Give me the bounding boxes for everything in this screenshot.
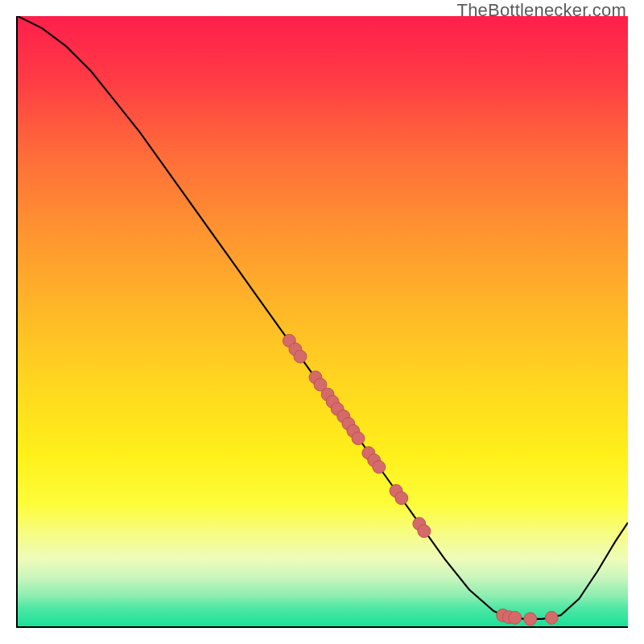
data-point bbox=[395, 492, 408, 505]
bottleneck-curve bbox=[18, 16, 628, 619]
data-point bbox=[352, 432, 365, 445]
scatter-points bbox=[283, 334, 558, 625]
chart-frame: TheBottlenecker.com bbox=[0, 0, 644, 644]
data-point bbox=[524, 613, 537, 625]
curve-layer bbox=[18, 16, 628, 626]
plot-area bbox=[16, 16, 628, 628]
data-point bbox=[373, 460, 386, 473]
data-point bbox=[509, 611, 522, 624]
data-point bbox=[418, 525, 431, 538]
data-point bbox=[545, 611, 558, 624]
data-point bbox=[294, 350, 307, 363]
